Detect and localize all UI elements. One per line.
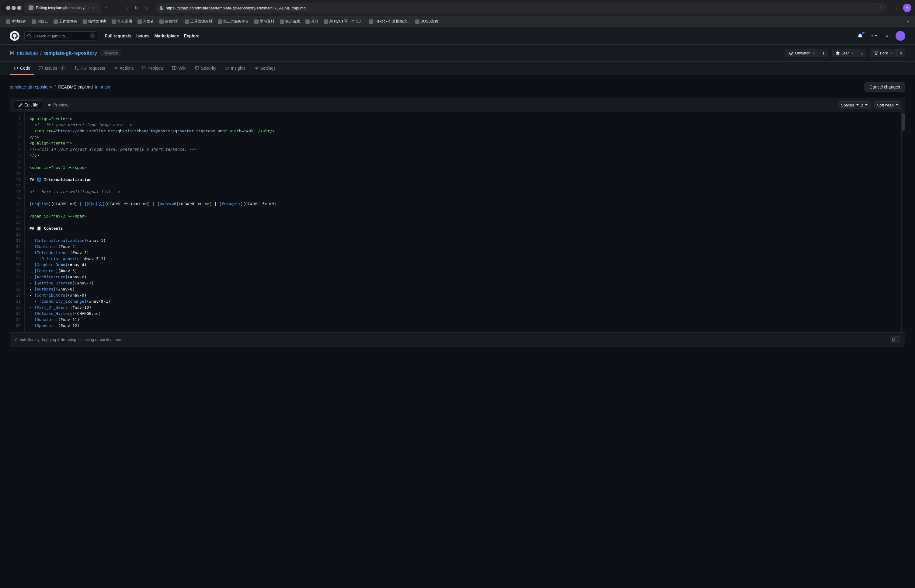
user-avatar[interactable]: [896, 31, 905, 41]
chevron-down-icon: [865, 103, 868, 107]
repo-name[interactable]: template-git-repository: [44, 50, 97, 56]
watch-count[interactable]: 1: [819, 49, 828, 57]
line-number: 17: [10, 213, 24, 219]
address-text: https://github.com/misitebao/template-gi…: [166, 6, 306, 10]
search-kbd: /: [90, 34, 95, 38]
repo-owner[interactable]: misitebao: [17, 50, 38, 56]
search-placeholder: Search or jump to...: [34, 34, 68, 38]
star-btn[interactable]: Star: [832, 49, 857, 57]
bookmark-learning[interactable]: 学习资料: [252, 18, 277, 25]
refresh-btn[interactable]: ↻: [132, 4, 141, 12]
bookmark-stylus[interactable]: 用 stylus 写一个 S0...: [321, 18, 366, 25]
github-search[interactable]: Search or jump to... /: [24, 31, 97, 40]
bookmark-label: 其他: [311, 19, 318, 24]
line-number: 10: [10, 171, 24, 177]
back-btn[interactable]: ←: [113, 4, 121, 12]
soft-wrap-select[interactable]: Soft wrap: [874, 101, 901, 109]
address-bar[interactable]: https://github.com/misitebao/template-gi…: [155, 3, 887, 13]
bookmark-dev[interactable]: 开发者: [135, 18, 157, 25]
tab-settings[interactable]: Settings: [250, 62, 280, 75]
breadcrumb-repo-link[interactable]: template-git-repository: [10, 84, 52, 89]
bookmark-ops[interactable]: 运营推广: [157, 18, 182, 25]
bookmark-other[interactable]: 其他: [303, 18, 321, 25]
bookmark-games[interactable]: 娱乐游戏: [278, 18, 302, 25]
line-number: 28: [10, 280, 24, 286]
line-number: 33: [10, 310, 24, 317]
window-close-btn[interactable]: [6, 6, 10, 10]
nav-marketplace[interactable]: Marketplace: [155, 34, 179, 38]
fork-count[interactable]: 4: [896, 49, 905, 57]
window-max-btn[interactable]: [17, 6, 21, 10]
code-line: - [Authors](#nav-8): [29, 286, 896, 292]
bookmark-flexbox[interactable]: Flexbox 打造栅格式...: [366, 18, 412, 25]
bookmarks-more-btn[interactable]: »: [904, 18, 911, 25]
bookmark-saas[interactable]: 第三方服务平台: [215, 18, 251, 25]
tab-pull-requests[interactable]: Pull requests: [70, 62, 110, 75]
github-logo[interactable]: [10, 31, 19, 41]
cancel-changes-btn[interactable]: Cancel changes: [865, 82, 905, 92]
bookmark-star-icon[interactable]: ☆: [878, 5, 883, 11]
code-line: <p align="center">: [29, 140, 896, 146]
code-line: [29, 207, 896, 213]
address-bar-icons: ☆: [878, 5, 883, 11]
forward-btn[interactable]: →: [123, 4, 131, 12]
watch-btn[interactable]: Unwatch: [785, 49, 819, 57]
nav-issues[interactable]: Issues: [136, 34, 150, 38]
line-number: 4: [10, 134, 24, 140]
bookmark-favicon: [280, 19, 284, 24]
tab-security[interactable]: Security: [191, 62, 221, 75]
line-number: 15: [10, 201, 24, 207]
tab-projects-label: Projects: [148, 66, 164, 71]
line-number: 30: [10, 292, 24, 299]
code-line: [29, 231, 896, 237]
nav-pull-requests[interactable]: Pull requests: [105, 34, 131, 38]
bookmark-boss[interactable]: BOSS直聘: [413, 18, 441, 25]
bookmark-label: 本地服务: [11, 19, 26, 24]
spaces-value: 2: [861, 103, 863, 107]
code-editor[interactable]: 1 2 3 4 5 6 7 8 9 10 11 12 13 14 15 16 1…: [10, 112, 905, 333]
watch-group: Unwatch 1: [785, 49, 828, 57]
bookmark-work[interactable]: 工作文件夹: [51, 18, 80, 25]
bookmark-tmp[interactable]: 临时文件夹: [80, 18, 109, 25]
spaces-select[interactable]: Spaces 2: [838, 101, 871, 109]
fork-group: Fork 4: [870, 49, 905, 57]
home-btn[interactable]: ⌂: [142, 4, 150, 12]
tab-actions[interactable]: Actions: [110, 62, 138, 75]
editor-scrollbar[interactable]: [901, 112, 905, 333]
new-tab-btn[interactable]: +: [102, 4, 110, 12]
tab-issues[interactable]: Issues 1: [34, 62, 70, 75]
add-btn[interactable]: [869, 31, 878, 41]
tab-pr-label: Pull requests: [81, 66, 105, 71]
bookmark-tools[interactable]: 工具资源素材: [182, 18, 215, 25]
edit-file-tab[interactable]: Edit file: [14, 100, 43, 110]
tab-wiki[interactable]: Wiki: [168, 62, 190, 75]
code-line: [29, 219, 896, 225]
tab-projects[interactable]: Projects: [138, 62, 168, 75]
bookmark-personal[interactable]: 个人常用: [110, 18, 134, 25]
template-badge: Template: [100, 50, 121, 56]
star-count[interactable]: 1: [857, 49, 867, 57]
code-line: - [Architecture](#nav-6): [29, 274, 896, 280]
preview-tab[interactable]: Preview: [43, 101, 73, 109]
notifications-btn[interactable]: [855, 31, 865, 41]
fork-btn[interactable]: Fork: [870, 49, 896, 57]
extensions-btn[interactable]: ⋮: [892, 4, 900, 12]
tab-code[interactable]: Code: [10, 62, 34, 75]
bookmark-label: 用 stylus 写一个 S0...: [329, 19, 363, 24]
bookmark-local[interactable]: 本地服务: [4, 18, 29, 25]
soft-wrap-label: Soft wrap: [877, 103, 894, 107]
window-min-btn[interactable]: [11, 6, 16, 10]
breadcrumb-branch[interactable]: main: [101, 84, 110, 89]
edit-icon: [18, 103, 23, 107]
projects-icon: [142, 66, 146, 70]
code-content[interactable]: <p align="center"> <!-- Set your project…: [25, 112, 901, 333]
markdown-icon: M ↓: [890, 336, 900, 342]
profile-btn[interactable]: M: [903, 4, 911, 12]
code-line: ## 🌐 Internationalization: [29, 177, 896, 183]
tab-insights[interactable]: Insights: [221, 62, 250, 75]
nav-explore[interactable]: Explore: [184, 34, 199, 38]
menu-btn[interactable]: ≡: [882, 31, 892, 41]
active-tab[interactable]: Editing template-git-repository/... ×: [24, 2, 101, 13]
tab-close-btn[interactable]: ×: [91, 5, 96, 10]
bookmark-cp[interactable]: 创普云: [29, 18, 50, 25]
